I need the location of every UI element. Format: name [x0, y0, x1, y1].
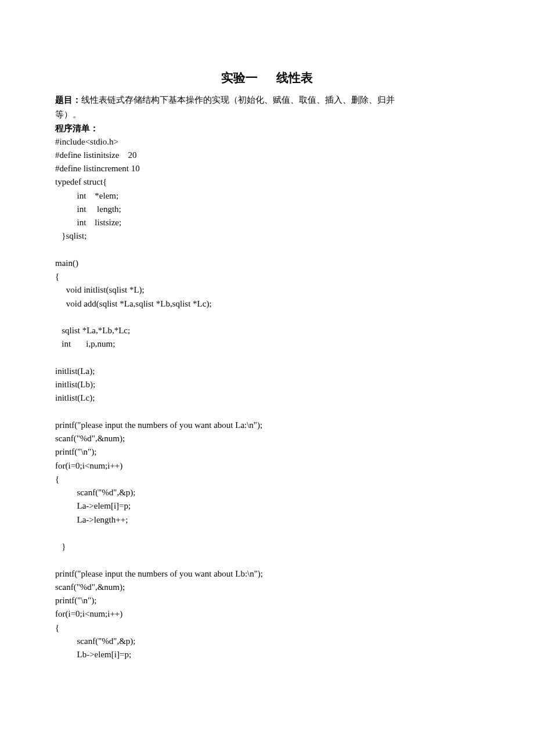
topic-line-1: 题目：线性表链式存储结构下基本操作的实现（初始化、赋值、取值、插入、删除、归并 — [55, 93, 479, 107]
title-right: 线性表 — [276, 71, 313, 84]
title-left: 实验一 — [221, 71, 258, 84]
listing-label: 程序清单： — [55, 123, 479, 134]
topic-text-1: 线性表链式存储结构下基本操作的实现（初始化、赋值、取值、插入、删除、归并 — [81, 95, 395, 105]
code-listing: #include<stdio.h> #define listinitsize 2… — [55, 135, 479, 662]
topic-text-2: 等）。 — [55, 110, 81, 119]
page-title: 实验一线性表 — [55, 70, 479, 86]
topic-label: 题目： — [55, 95, 81, 105]
topic-line-2: 等）。 — [55, 108, 479, 121]
